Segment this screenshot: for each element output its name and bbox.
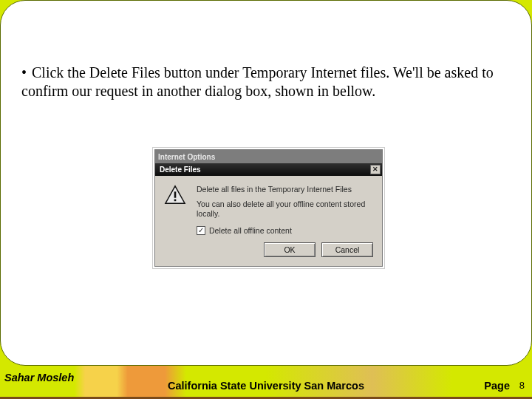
- dialog-body: Delete all files in the Temporary Intern…: [155, 176, 382, 242]
- dialog-window: Internet Options Delete Files ✕: [154, 149, 383, 267]
- cancel-button[interactable]: Cancel: [321, 242, 373, 257]
- footer-page-number: 8: [519, 380, 525, 391]
- dialog-button-row: OK Cancel: [155, 242, 382, 266]
- footer-institution: California State University San Marcos: [0, 380, 532, 392]
- warning-icon: [164, 185, 186, 205]
- dialog-text: Delete all files in the Temporary Intern…: [197, 185, 373, 235]
- dialog-parent-titlebar: Internet Options: [155, 150, 382, 163]
- dialog-titlebar: Delete Files ✕: [155, 163, 382, 176]
- checkbox-label: Delete all offline content: [209, 226, 292, 235]
- bullet-paragraph: •Click the Delete Files button under Tem…: [21, 64, 509, 100]
- dialog-parent-title: Internet Options: [158, 153, 215, 161]
- svg-rect-2: [174, 200, 177, 202]
- dialog-title: Delete Files: [160, 166, 201, 174]
- bullet-text: Click the Delete Files button under Temp…: [21, 64, 494, 99]
- bullet-marker: •: [21, 64, 32, 82]
- dialog-line2: You can also delete all your offline con…: [197, 200, 373, 219]
- slide-card: •Click the Delete Files button under Tem…: [0, 0, 532, 366]
- close-icon[interactable]: ✕: [370, 165, 381, 174]
- checkbox-row[interactable]: ✓ Delete all offline content: [197, 226, 373, 235]
- dialog-line1: Delete all files in the Temporary Intern…: [197, 185, 373, 194]
- dialog-screenshot: Internet Options Delete Files ✕: [152, 147, 385, 269]
- footer-page-label: Page: [484, 380, 510, 392]
- svg-rect-1: [174, 191, 177, 197]
- ok-button[interactable]: OK: [264, 242, 316, 257]
- checkbox-icon[interactable]: ✓: [197, 226, 205, 235]
- slide-frame: •Click the Delete Files button under Tem…: [0, 0, 532, 399]
